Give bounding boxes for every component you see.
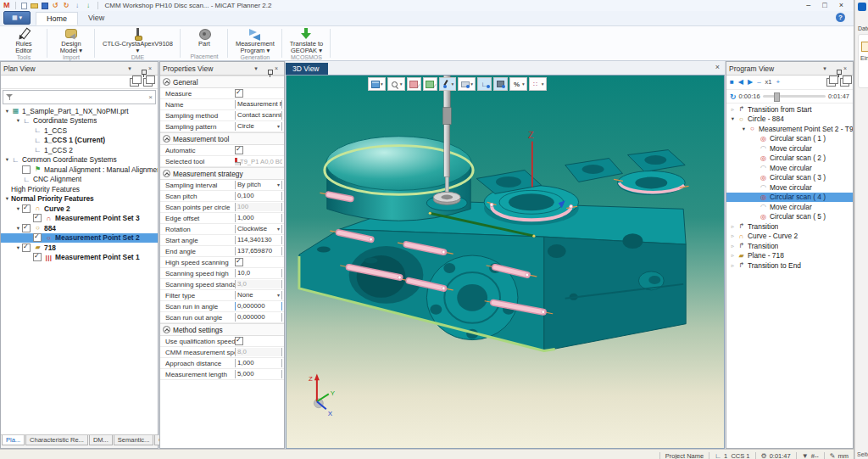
plan-tree-item[interactable]: |||Measurement Point Set 1	[1, 253, 158, 263]
program-tree-item[interactable]: ◎Circular scan ( 2 )	[726, 154, 853, 164]
automatic-checkbox[interactable]	[235, 146, 243, 154]
use-qualification-speed-checkbox[interactable]	[235, 337, 243, 345]
chevron-down-icon[interactable]: ▾	[125, 65, 135, 72]
zoom-tools-button[interactable]: ▾	[388, 78, 404, 90]
edge-offset-field[interactable]: 1,000	[235, 214, 282, 222]
plan-tree-item[interactable]: ▾∟Common Coordinate Systems	[1, 155, 158, 165]
plan-tree-item[interactable]: ▾Normal Priority Features	[1, 194, 158, 204]
collapse-chevron-icon[interactable]	[163, 135, 170, 143]
program-tree-item[interactable]: ▹↱Transition to End	[726, 260, 853, 271]
close-icon[interactable]: ×	[715, 63, 720, 71]
cascade-windows-icon[interactable]	[826, 78, 836, 87]
speed-decrease-button[interactable]: –	[757, 78, 760, 87]
expander-icon[interactable]: ▾	[3, 195, 11, 202]
cmm-measurement-speed-field[interactable]: 8,0	[235, 348, 282, 356]
chevron-down-icon[interactable]: ▾	[400, 81, 403, 87]
translate-to-button[interactable]: Translate toGEOPAK ▾	[287, 27, 326, 54]
plan-tree-item[interactable]: ○Measurement Point Set 2	[1, 233, 158, 243]
application-menu-button[interactable]: ▦▾	[3, 11, 31, 25]
loop-icon[interactable]: ↻	[730, 92, 737, 101]
cascade-windows-icon[interactable]	[840, 78, 849, 87]
expander-icon[interactable]: ▾	[3, 108, 11, 115]
high-speed-scanning-checkbox[interactable]	[235, 258, 243, 266]
program-tree-item[interactable]: ◎Circular scan ( 3 )	[726, 173, 853, 183]
close-button[interactable]: ×	[839, 1, 843, 10]
save-file-icon[interactable]	[42, 3, 48, 9]
program-tree-item[interactable]: ◎Circular scan ( 4 )	[726, 193, 853, 203]
plan-bottom-tab[interactable]: Characteristic Re...	[25, 435, 88, 445]
program-tree-item[interactable]: ◠Move circular	[726, 182, 853, 193]
section-header[interactable]: Measurement tool	[160, 132, 284, 145]
plan-tree-item[interactable]: ▾○884	[1, 223, 158, 233]
expander-icon[interactable]: ▾	[14, 225, 22, 232]
filter-type-field[interactable]: None▾	[235, 291, 282, 299]
expander-icon[interactable]: ▹	[729, 262, 737, 269]
plan-tree-item[interactable]: ∟1_CCS 1 (Current)	[1, 136, 158, 146]
expander-icon[interactable]: ▹	[729, 252, 737, 259]
status-0-01-47[interactable]: ⚙0:01:47	[761, 452, 791, 459]
machine-visibility-button[interactable]	[494, 78, 507, 90]
scan-run-in-angle-field[interactable]: 0,000000	[235, 302, 282, 311]
export-arrow-icon[interactable]: ↓	[85, 2, 92, 9]
expander-icon[interactable]: ▾	[14, 205, 22, 212]
minimize-button[interactable]: –	[806, 1, 810, 10]
cascade-windows-icon[interactable]	[143, 78, 153, 87]
plan-tree-item[interactable]: ▾∩Curve 2	[1, 204, 158, 214]
plan-tree-item[interactable]: ∟CNC Alignment	[1, 175, 158, 185]
3d-model-canvas[interactable]: Z Z Y X	[287, 76, 724, 448]
table-visibility-button[interactable]: ▾	[459, 78, 475, 90]
expander-icon[interactable]: ▹	[729, 243, 737, 249]
view-orientation-button[interactable]: ▾	[369, 78, 385, 90]
chevron-down-icon[interactable]: ▾	[542, 81, 544, 87]
plan-tree-item[interactable]: ∟1_CCS 2	[1, 145, 158, 155]
checkbox[interactable]	[22, 243, 31, 252]
program-tree-item[interactable]: ▹↱Transition	[726, 221, 853, 232]
csys-visibility-button[interactable]: ∟	[478, 78, 491, 90]
scan-run-out-angle-field[interactable]: 0,000000	[235, 313, 282, 322]
plan-tree-item[interactable]: ∟1_CCS	[1, 126, 158, 136]
status-project-name[interactable]: Project Name	[665, 452, 704, 459]
rotation-field[interactable]: Clockwise▾	[235, 225, 282, 233]
chevron-down-icon[interactable]: ▾	[470, 81, 473, 87]
program-tree-item[interactable]: ▾○Measurement Point Set 2 - T9_P1	[726, 124, 853, 134]
ribbon-tab-home[interactable]: Home	[36, 12, 78, 25]
chevron-down-icon[interactable]: ▾	[275, 122, 280, 131]
chevron-down-icon[interactable]: ▾	[251, 65, 261, 72]
collapse-chevron-icon[interactable]	[163, 170, 170, 177]
expander-icon[interactable]: ▹	[729, 232, 737, 239]
undo-icon[interactable]: ↺	[52, 2, 59, 9]
program-tree-item[interactable]: ▹↱Transition from Start	[726, 104, 853, 115]
probe-visibility-button[interactable]: ▾	[440, 78, 456, 90]
program-tree-item[interactable]: ▹▰Plane - 718	[726, 251, 853, 261]
measure-checkbox[interactable]	[235, 89, 243, 98]
measurement-button[interactable]: MeasurementProgram ▾	[233, 27, 277, 54]
chevron-down-icon[interactable]: ▾	[522, 81, 525, 87]
program-tree-item[interactable]: ▹↱Transition	[726, 241, 853, 251]
chevron-down-icon[interactable]: ▾	[452, 81, 454, 87]
program-tree-item[interactable]: ◠Move circular	[726, 143, 853, 154]
cascade-windows-icon[interactable]	[130, 78, 139, 87]
new-file-icon[interactable]	[21, 3, 27, 9]
scanning-speed-standard-field[interactable]: 3,0	[235, 280, 282, 288]
chevron-down-icon[interactable]: ▾	[381, 81, 383, 87]
timeline-slider-handle[interactable]	[774, 92, 780, 102]
start-angle-field[interactable]: 114,340130	[235, 236, 282, 244]
expander-icon[interactable]: ▹	[729, 106, 737, 113]
expander-icon[interactable]: ▾	[14, 117, 22, 124]
speed-increase-button[interactable]: +	[776, 78, 781, 87]
sampling-method-field[interactable]: Contact scanning▾	[235, 111, 282, 120]
checkbox[interactable]	[33, 214, 42, 222]
plan-tree-item[interactable]: ▾▦1_Sample_Part_1_NX_NoPMI.prt	[1, 106, 158, 116]
collapse-chevron-icon[interactable]	[163, 78, 170, 86]
section-header[interactable]: General	[160, 76, 284, 88]
selected-tool-field[interactable]: T9_P1 A0,0 B0	[235, 158, 282, 165]
3d-viewport[interactable]: Z Z Y X	[286, 75, 725, 449]
design-button[interactable]: DesignModel ▾	[53, 27, 90, 54]
expander-icon[interactable]: ▾	[14, 244, 22, 251]
expander-icon[interactable]: ▹	[729, 223, 737, 230]
checkbox[interactable]	[22, 224, 31, 232]
program-tree-item[interactable]: ◠Move circular	[726, 163, 853, 173]
checkbox[interactable]	[22, 165, 31, 174]
points-display-button[interactable]: ∷▾	[530, 78, 546, 90]
plan-tree-item[interactable]: ▾▰718	[1, 243, 158, 253]
